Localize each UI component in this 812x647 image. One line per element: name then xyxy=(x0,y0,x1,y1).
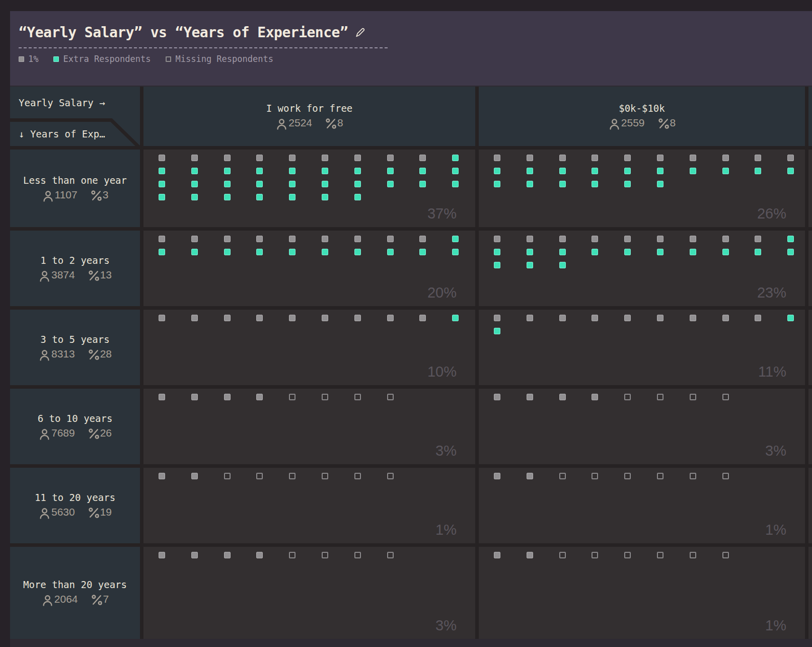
column-axis-label: Yearly Salary → xyxy=(10,87,140,118)
unit-square-missing xyxy=(592,473,598,479)
unit-square-base xyxy=(387,236,394,242)
unit-square-base xyxy=(559,394,566,400)
person-icon xyxy=(41,594,54,607)
unit-square-extra xyxy=(322,249,328,255)
row-header-3[interactable]: 3 to 5 years831328 xyxy=(10,310,140,385)
unit-square-extra xyxy=(419,168,426,174)
unit-square-missing xyxy=(387,473,394,479)
unit-square-extra xyxy=(322,168,328,174)
unit-square-base xyxy=(624,236,631,242)
data-cell-r4c2[interactable]: 3% xyxy=(479,389,805,464)
unit-square-base xyxy=(191,315,198,321)
edit-title-pencil-icon[interactable] xyxy=(354,26,366,39)
unit-square-base xyxy=(159,552,165,558)
unit-square-base xyxy=(527,394,533,400)
data-cell-r1c2[interactable]: 26% xyxy=(479,150,805,227)
data-cell-r4c1[interactable]: 3% xyxy=(143,389,475,464)
percent-icon xyxy=(88,270,100,281)
unit-square-missing xyxy=(322,394,328,400)
unit-square-missing xyxy=(657,473,663,479)
respondents-stat: 2524 xyxy=(275,117,312,130)
data-cell-r1c1[interactable]: 37% xyxy=(143,150,475,227)
column-stats: 25248 xyxy=(275,117,343,130)
column-header-2[interactable]: $0k-$10k25598 xyxy=(479,87,805,146)
unit-square-extra xyxy=(559,168,566,174)
row-label: More than 20 years xyxy=(23,579,127,590)
row-stats: 387413 xyxy=(38,269,112,282)
row-header-6[interactable]: More than 20 years20647 xyxy=(10,547,140,639)
unit-square-base xyxy=(494,552,500,558)
percent-value: 28 xyxy=(100,348,112,360)
data-cell-r5c1[interactable]: 1% xyxy=(143,468,475,543)
data-cell-r6c2[interactable]: 1% xyxy=(479,547,805,639)
unit-squares xyxy=(494,236,805,275)
row-header-1[interactable]: Less than one year11073 xyxy=(10,150,140,227)
row-header-4[interactable]: 6 to 10 years768926 xyxy=(10,389,140,464)
unit-square-extra xyxy=(354,194,361,200)
unit-square-extra xyxy=(657,168,663,174)
unit-square-swatch-icon xyxy=(19,56,24,62)
unit-square-base xyxy=(690,236,696,242)
cell-percent-label: 20% xyxy=(427,284,457,301)
unit-square-missing xyxy=(657,552,663,558)
column-header-1[interactable]: I work for free25248 xyxy=(143,87,475,146)
unit-square-base xyxy=(527,552,533,558)
unit-square-base xyxy=(224,236,231,242)
respondent-count: 3874 xyxy=(51,269,75,280)
unit-square-base xyxy=(256,552,263,558)
unit-square-base xyxy=(419,315,426,321)
unit-square-base xyxy=(289,236,296,242)
data-cell-r2c2[interactable]: 23% xyxy=(479,231,805,306)
unit-square-base xyxy=(657,236,663,242)
cell-percent-label: 1% xyxy=(765,522,786,538)
legend-label: Missing Respondents xyxy=(175,54,273,64)
percent-icon xyxy=(91,190,102,201)
unit-square-base xyxy=(657,315,663,321)
unit-square-missing xyxy=(387,394,394,400)
person-icon xyxy=(608,118,621,130)
respondent-count: 5630 xyxy=(51,507,75,518)
dashed-divider xyxy=(19,47,388,48)
unit-square-base xyxy=(690,155,696,161)
unit-square-missing xyxy=(624,394,631,400)
unit-square-extra xyxy=(256,249,263,255)
row-stats: 563019 xyxy=(38,507,112,520)
unit-square-missing xyxy=(256,473,263,479)
data-cell-r3c2[interactable]: 11% xyxy=(479,310,805,385)
row-header-2[interactable]: 1 to 2 years387413 xyxy=(10,231,140,306)
unit-square-missing xyxy=(722,552,729,558)
unit-squares xyxy=(159,394,475,407)
person-icon xyxy=(38,428,51,441)
unit-square-base xyxy=(527,473,533,479)
unit-square-extra xyxy=(494,328,500,334)
unit-square-base xyxy=(419,236,426,242)
data-cell-r5c2[interactable]: 1% xyxy=(479,468,805,543)
unit-square-base xyxy=(387,155,394,161)
row-label: 3 to 5 years xyxy=(40,334,109,345)
unit-square-extra xyxy=(354,181,361,187)
axis-corner-cell: Yearly Salary → ↓ Years of Exp… xyxy=(10,87,140,146)
unit-square-base xyxy=(559,315,566,321)
unit-square-extra xyxy=(452,155,459,161)
unit-square-extra xyxy=(159,168,165,174)
respondent-count: 2524 xyxy=(288,117,312,128)
data-cell-r2c1[interactable]: 20% xyxy=(143,231,475,306)
unit-square-extra xyxy=(787,236,794,242)
data-cell-r6c1[interactable]: 3% xyxy=(143,547,475,639)
extra-square-swatch-icon xyxy=(53,56,59,62)
unit-square-base xyxy=(722,236,729,242)
unit-square-base xyxy=(722,155,729,161)
unit-square-base xyxy=(592,155,598,161)
percent-value: 19 xyxy=(100,507,112,518)
data-cell-r3c1[interactable]: 10% xyxy=(143,310,475,385)
unit-square-extra xyxy=(624,181,631,187)
unit-squares xyxy=(494,155,805,194)
unit-square-extra xyxy=(722,249,729,255)
respondent-count: 2064 xyxy=(54,594,78,605)
row-header-5[interactable]: 11 to 20 years563019 xyxy=(10,468,140,543)
unit-squares xyxy=(159,236,475,262)
unit-square-extra xyxy=(224,181,231,187)
unit-square-missing xyxy=(559,552,566,558)
unit-squares xyxy=(159,552,475,565)
unit-square-extra xyxy=(452,315,459,321)
